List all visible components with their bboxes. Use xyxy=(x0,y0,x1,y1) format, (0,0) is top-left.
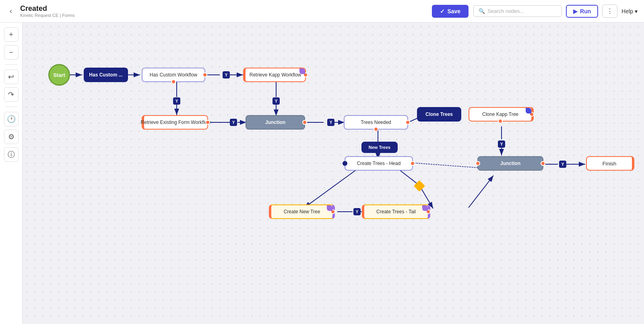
save-button[interactable]: ✓ Save xyxy=(432,5,469,18)
play-icon: ▶ xyxy=(573,8,578,14)
more-button[interactable]: ⋮ xyxy=(602,4,617,18)
search-icon: 🔍 xyxy=(479,8,485,14)
more-icon: ⋮ xyxy=(607,8,613,14)
save-label: Save xyxy=(447,8,460,14)
page-subtitle: Kinetic Request CE | Forms xyxy=(20,13,427,18)
check-icon: ✓ xyxy=(440,8,445,14)
help-button[interactable]: Help ▾ xyxy=(621,8,638,14)
back-button[interactable]: ‹ xyxy=(6,5,15,17)
header-title-block: Created Kinetic Request CE | Forms xyxy=(20,4,427,18)
search-box[interactable]: 🔍 Search nodes... xyxy=(473,5,562,17)
header-right: 🔍 Search nodes... ▶ Run ⋮ Help ▾ xyxy=(473,4,638,18)
header: ‹ Created Kinetic Request CE | Forms ✓ S… xyxy=(0,0,644,23)
search-placeholder: Search nodes... xyxy=(487,8,524,14)
page-title: Created xyxy=(20,4,427,13)
run-label: Run xyxy=(580,8,591,14)
help-label: Help ▾ xyxy=(621,8,638,14)
run-button[interactable]: ▶ Run xyxy=(566,5,598,18)
